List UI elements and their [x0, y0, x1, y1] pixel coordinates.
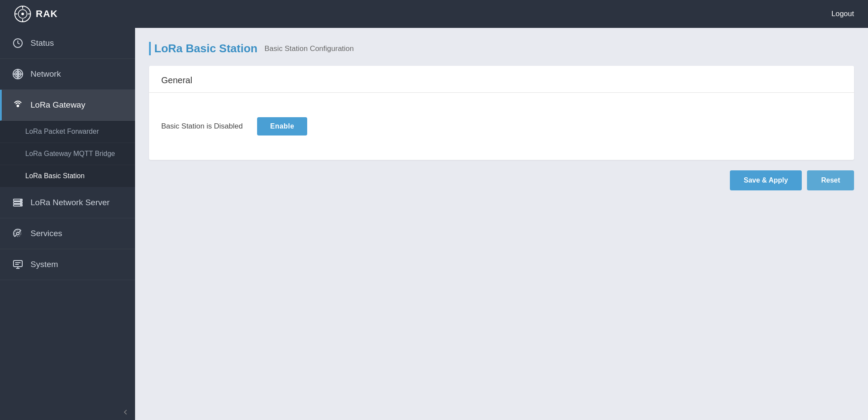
svg-rect-21 [14, 261, 22, 267]
svg-point-19 [17, 232, 19, 235]
svg-point-17 [20, 202, 21, 203]
sidebar-item-lora-network-server-label: LoRa Network Server [31, 198, 110, 207]
sidebar-collapse[interactable] [0, 404, 135, 420]
sidebar: Status Network [0, 28, 135, 420]
status-icon [12, 37, 24, 49]
action-row: Save & Apply Reset [149, 170, 854, 190]
logout-button[interactable]: Logout [831, 10, 854, 18]
header: RAK Logout [0, 0, 868, 28]
svg-point-16 [20, 200, 21, 200]
sidebar-item-network-label: Network [31, 69, 61, 79]
brand-name: RAK [36, 8, 58, 20]
sidebar-subitem-packet-forwarder-label: LoRa Packet Forwarder [25, 128, 99, 135]
sidebar-subitem-mqtt-bridge[interactable]: LoRa Gateway MQTT Bridge [0, 143, 135, 165]
sidebar-item-status[interactable]: Status [0, 28, 135, 59]
basic-station-status-row: Basic Station is Disabled Enable [161, 110, 842, 142]
page-subtitle: Basic Station Configuration [264, 44, 354, 53]
sidebar-subitem-packet-forwarder[interactable]: LoRa Packet Forwarder [0, 121, 135, 143]
sidebar-item-lora-network-server[interactable]: LoRa Network Server [0, 187, 135, 218]
sidebar-item-services[interactable]: Services [0, 218, 135, 249]
card-body-general: Basic Station is Disabled Enable [149, 93, 854, 160]
sidebar-subitem-mqtt-bridge-label: LoRa Gateway MQTT Bridge [25, 150, 115, 157]
rak-logo-icon [14, 5, 31, 23]
card-header-general: General [149, 66, 854, 93]
svg-point-2 [21, 13, 24, 15]
lora-gateway-subitems: LoRa Packet Forwarder LoRa Gateway MQTT … [0, 121, 135, 187]
svg-point-18 [20, 205, 21, 206]
network-server-icon [12, 197, 24, 208]
sidebar-item-status-label: Status [31, 38, 54, 48]
page-title: LoRa Basic Station [154, 42, 258, 55]
services-icon [12, 228, 24, 239]
sidebar-item-lora-gateway[interactable]: LoRa Gateway [0, 90, 135, 121]
brand-logo: RAK [14, 5, 58, 23]
layout: Status Network [0, 28, 868, 420]
system-icon [12, 259, 24, 270]
sidebar-subitem-basic-station[interactable]: LoRa Basic Station [0, 165, 135, 187]
sidebar-item-lora-gateway-label: LoRa Gateway [31, 100, 85, 110]
sidebar-item-services-label: Services [31, 229, 62, 238]
sidebar-item-network[interactable]: Network [0, 59, 135, 90]
sidebar-item-system-label: System [31, 260, 58, 269]
general-card: General Basic Station is Disabled Enable [149, 66, 854, 160]
lora-icon [12, 99, 24, 111]
status-label: Basic Station is Disabled [161, 122, 248, 131]
sidebar-item-system[interactable]: System [0, 249, 135, 280]
save-apply-button[interactable]: Save & Apply [730, 170, 802, 190]
page-title-row: LoRa Basic Station Basic Station Configu… [149, 42, 854, 55]
svg-point-12 [17, 105, 19, 107]
reset-button[interactable]: Reset [807, 170, 854, 190]
network-icon [12, 68, 24, 80]
sidebar-subitem-basic-station-label: LoRa Basic Station [25, 172, 85, 180]
enable-button[interactable]: Enable [257, 117, 307, 135]
main-content: LoRa Basic Station Basic Station Configu… [135, 28, 868, 420]
